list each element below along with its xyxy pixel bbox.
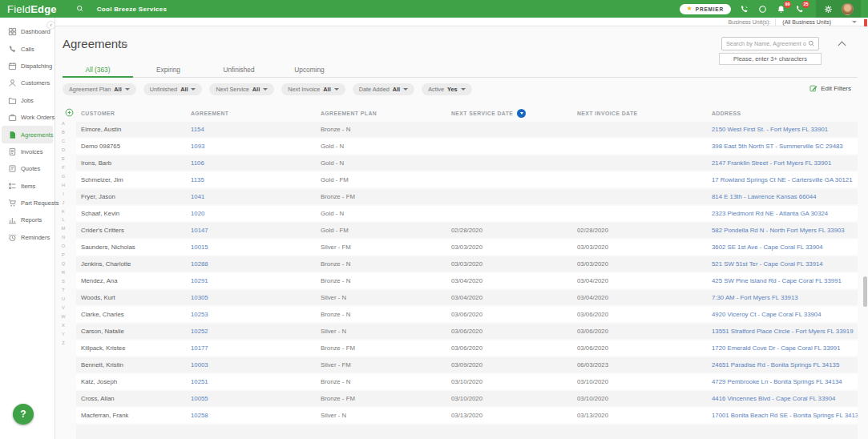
column-header-agreement[interactable]: AGREEMENT: [191, 111, 321, 116]
filter-chip-date-added[interactable]: Date AddedAll: [353, 83, 414, 95]
help-button[interactable]: ?: [13, 404, 34, 425]
alphabet-letter[interactable]: G: [62, 175, 66, 179]
address-link[interactable]: 4416 Vincennes Blvd - Cape Coral FL 3390…: [712, 395, 835, 402]
alphabet-letter[interactable]: Y: [62, 332, 65, 337]
agreement-link[interactable]: 1106: [191, 159, 204, 167]
alphabet-letter[interactable]: W: [61, 315, 65, 320]
premier-button[interactable]: ★ PREMIER: [680, 4, 731, 14]
filter-chip-next-service[interactable]: Next ServiceAll: [209, 83, 274, 95]
sidebar-item-dispatching[interactable]: Dispatching: [2, 58, 53, 75]
address-link[interactable]: 521 SW 51st Ter - Cape Coral FL 33914: [712, 260, 823, 268]
agreement-link[interactable]: 1020: [191, 210, 204, 217]
sidebar-item-reports[interactable]: Reports: [2, 211, 53, 228]
agreement-link[interactable]: 10251: [191, 378, 208, 385]
user-avatar[interactable]: [842, 3, 854, 15]
address-link[interactable]: 4920 Viceroy Ct - Cape Coral FL 33904: [712, 311, 822, 318]
phone-volume-icon[interactable]: [739, 4, 749, 14]
column-header-next-invoice-date[interactable]: NEXT INVOICE DATE: [577, 111, 712, 116]
agreement-link[interactable]: 1041: [191, 193, 204, 200]
alphabet-letter[interactable]: B: [62, 131, 65, 135]
column-header-customer[interactable]: CUSTOMER: [76, 111, 191, 116]
sidebar-item-part-requests[interactable]: Part Requests: [2, 195, 53, 211]
alphabet-letter[interactable]: U: [62, 297, 65, 302]
company-name[interactable]: Cool Breeze Services: [97, 6, 167, 13]
address-link[interactable]: 7:30 AM - Fort Myers FL 33913: [712, 294, 798, 301]
column-header-agreement-plan[interactable]: AGREEMENT PLAN: [321, 111, 451, 116]
alphabet-letter[interactable]: R: [62, 271, 65, 276]
filter-chip-unfinished[interactable]: UnfinishedAll: [143, 83, 203, 95]
sidebar-item-agreements[interactable]: Agreements: [2, 126, 53, 143]
alphabet-letter[interactable]: V: [62, 306, 65, 311]
address-link[interactable]: 3602 SE 1st Ave - Cape Coral FL 33904: [712, 244, 823, 251]
address-link[interactable]: 2147 Franklin Street - Fort Myers FL 339…: [712, 159, 831, 167]
sidebar-item-quotes[interactable]: Quotes: [2, 160, 53, 177]
agreement-link[interactable]: 10003: [191, 361, 208, 369]
global-search-icon[interactable]: [76, 5, 84, 13]
agreement-link[interactable]: 10055: [191, 395, 208, 402]
agreement-link[interactable]: 10253: [191, 311, 208, 318]
missed-calls-icon[interactable]: 25: [794, 4, 805, 14]
address-link[interactable]: 4729 Pembrooke Ln - Bonita Springs FL 34…: [712, 378, 842, 385]
alphabet-letter[interactable]: L: [62, 218, 64, 223]
alphabet-letter[interactable]: S: [62, 280, 65, 284]
agreement-link[interactable]: 10252: [191, 328, 208, 335]
fieldedge-logo[interactable]: FieldEdge: [7, 3, 57, 15]
agreement-link[interactable]: 1154: [191, 126, 204, 133]
address-link[interactable]: 2150 West First St. - Fort Myers FL 3390…: [712, 126, 828, 133]
tab-all-363[interactable]: All (363): [63, 63, 133, 78]
sidebar-item-work-orders[interactable]: Work Orders: [2, 109, 53, 126]
alphabet-letter[interactable]: J: [63, 201, 65, 206]
agreement-link[interactable]: 1135: [191, 176, 204, 183]
alphabet-letter[interactable]: E: [62, 157, 65, 162]
agreement-link[interactable]: 1093: [191, 143, 204, 150]
address-link[interactable]: 17 Rowland Springs Ct NE - Cartersville …: [712, 176, 853, 183]
alphabet-letter[interactable]: X: [62, 324, 65, 328]
agreement-link[interactable]: 10015: [191, 244, 208, 251]
tab-upcoming[interactable]: Upcoming: [274, 63, 345, 78]
gear-icon[interactable]: [823, 4, 834, 14]
agreement-link[interactable]: 10291: [191, 277, 208, 284]
sidebar-item-calls[interactable]: Calls: [2, 40, 53, 57]
address-link[interactable]: 425 SW Pine Island Rd - Cape Coral FL 33…: [712, 277, 842, 284]
address-link[interactable]: 1720 Emerald Cove Dr - Cape Coral FL 339…: [712, 344, 841, 352]
filter-chip-next-invoice[interactable]: Next InvoiceAll: [281, 83, 345, 95]
alphabet-letter[interactable]: F: [62, 166, 65, 171]
alphabet-letter[interactable]: H: [62, 183, 65, 188]
sidebar-item-jobs[interactable]: Jobs: [2, 92, 53, 109]
select-all-icon[interactable]: [65, 108, 74, 117]
search-input[interactable]: [722, 40, 808, 47]
sidebar-item-reminders[interactable]: Reminders: [2, 229, 53, 246]
agreement-link[interactable]: 10147: [191, 227, 208, 234]
address-link[interactable]: 582 Pondella Rd N - North Fort Myers FL …: [712, 227, 845, 234]
tab-unfinished[interactable]: Unfinished: [204, 63, 274, 78]
alphabet-letter[interactable]: T: [62, 288, 65, 293]
sidebar-item-dashboard[interactable]: Dashboard: [2, 23, 53, 40]
alphabet-letter[interactable]: C: [62, 139, 65, 144]
alphabet-letter[interactable]: Q: [62, 262, 66, 267]
business-unit-select[interactable]: (All Business Units): [775, 18, 857, 26]
alphabet-letter[interactable]: I: [63, 192, 64, 197]
edit-filters-button[interactable]: Edit Filters: [809, 84, 851, 92]
address-link[interactable]: 814 E 13th - Lawrence Kansas 66044: [712, 193, 816, 200]
tab-expiring[interactable]: Expiring: [133, 63, 204, 78]
chat-icon[interactable]: [757, 4, 768, 14]
sidebar-item-items[interactable]: Items: [2, 178, 53, 195]
alphabet-letter[interactable]: A: [62, 122, 65, 127]
alphabet-letter[interactable]: M: [62, 227, 66, 232]
sidebar-item-invoices[interactable]: Invoices: [2, 143, 53, 160]
address-link[interactable]: 398 East 5th North ST - Summerville SC 2…: [712, 143, 843, 150]
more-options-icon[interactable]: [118, 44, 127, 46]
alphabet-letter[interactable]: K: [62, 210, 65, 215]
address-link[interactable]: 24651 Paradise Rd - Bonita Springs FL 34…: [712, 361, 839, 369]
alphabet-letter[interactable]: D: [62, 148, 65, 153]
agreement-link[interactable]: 10305: [191, 294, 208, 301]
sidebar-collapse-button[interactable]: ‹: [46, 21, 55, 30]
address-link[interactable]: 17001 Bonita Beach Rd SE - Bonita Spring…: [712, 412, 858, 419]
scrollbar-thumb[interactable]: [863, 276, 867, 307]
agreement-link[interactable]: 10258: [191, 412, 208, 419]
notifications-bell-icon[interactable]: 99: [776, 4, 786, 14]
alphabet-letter[interactable]: O: [62, 244, 66, 249]
filter-chip-active[interactable]: ActiveYes: [422, 83, 471, 95]
sort-desc-icon[interactable]: [517, 109, 526, 118]
address-link[interactable]: 2323 Piedmont Rd NE - Atlanta GA 30324: [712, 210, 828, 217]
